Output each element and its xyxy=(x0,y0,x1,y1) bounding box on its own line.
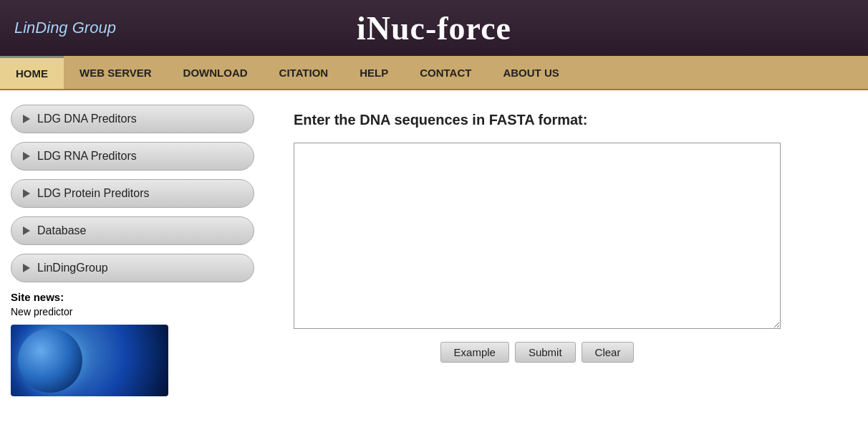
news-item: New predictor xyxy=(11,306,254,317)
navbar: HOMEWEB SERVERDOWNLOADCITATIONHELPCONTAC… xyxy=(0,56,868,90)
sidebar-btn-label: Database xyxy=(37,224,87,237)
nav-item-web-server[interactable]: WEB SERVER xyxy=(64,56,168,89)
fasta-label: Enter the DNA sequences in FASTA format: xyxy=(294,112,839,128)
arrow-icon xyxy=(23,152,30,161)
sidebar-btn-lindinggroup[interactable]: LinDingGroup xyxy=(11,254,254,282)
action-buttons: Example Submit Clear xyxy=(294,342,781,363)
fasta-textarea[interactable] xyxy=(294,143,781,329)
nav-item-contact[interactable]: CONTACT xyxy=(404,56,487,89)
logo-text: LinDing Group xyxy=(14,19,116,37)
clear-button[interactable]: Clear xyxy=(582,342,635,363)
submit-button[interactable]: Submit xyxy=(515,342,576,363)
logo-area: LinDing Group xyxy=(14,19,116,37)
header: LinDing Group iNuc-force xyxy=(0,0,868,56)
nav-item-about-us[interactable]: ABOUT US xyxy=(487,56,574,89)
sidebar-btn-ldg-protein-preditors[interactable]: LDG Protein Preditors xyxy=(11,179,254,208)
nav-item-home[interactable]: HOME xyxy=(0,56,64,89)
arrow-icon xyxy=(23,226,30,235)
sidebar-btn-label: LDG Protein Preditors xyxy=(37,187,150,200)
nav-item-help[interactable]: HELP xyxy=(344,56,404,89)
example-button[interactable]: Example xyxy=(440,342,509,363)
sidebar-btn-ldg-dna-preditors[interactable]: LDG DNA Preditors xyxy=(11,105,254,133)
arrow-icon xyxy=(23,264,30,272)
sidebar-btn-database[interactable]: Database xyxy=(11,216,254,245)
nav-item-citation[interactable]: CITATION xyxy=(264,56,344,89)
news-header: Site news: xyxy=(11,291,64,303)
sidebar: LDG DNA PreditorsLDG RNA PreditorsLDG Pr… xyxy=(0,90,265,440)
globe-sphere xyxy=(18,328,82,393)
arrow-icon xyxy=(23,189,30,198)
site-title: iNuc-force xyxy=(357,9,511,47)
main-content: LDG DNA PreditorsLDG RNA PreditorsLDG Pr… xyxy=(0,90,868,440)
sidebar-btn-ldg-rna-preditors[interactable]: LDG RNA Preditors xyxy=(11,142,254,171)
site-news: Site news: New predictor xyxy=(11,291,254,317)
sidebar-btn-label: LDG RNA Preditors xyxy=(37,150,137,163)
content-area: Enter the DNA sequences in FASTA format:… xyxy=(265,90,868,440)
sidebar-btn-label: LDG DNA Preditors xyxy=(37,113,137,125)
globe-image xyxy=(11,325,168,396)
arrow-icon xyxy=(23,115,30,123)
nav-item-download[interactable]: DOWNLOAD xyxy=(168,56,264,89)
sidebar-btn-label: LinDingGroup xyxy=(37,262,108,274)
